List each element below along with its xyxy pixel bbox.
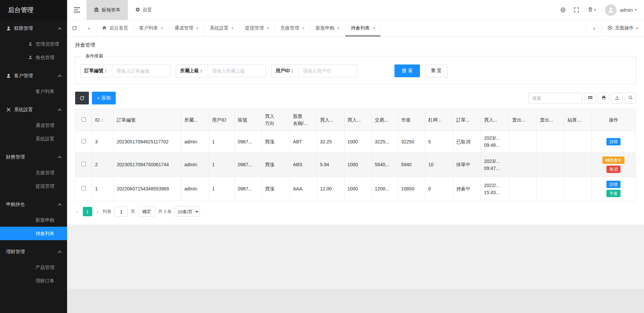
- sidebar-item-admin-manage[interactable]: 管理员管理: [0, 37, 67, 51]
- refresh-button[interactable]: [75, 92, 89, 104]
- sidebar-item-role-manage[interactable]: 角色管理: [0, 51, 67, 64]
- sidebar-group-wealth[interactable]: 理财管理: [0, 243, 67, 260]
- sidebar-item-label: 新股申购: [36, 217, 54, 223]
- page-number-active[interactable]: 1: [83, 207, 92, 216]
- sidebar-item-wealth-orders[interactable]: 理财订单: [0, 274, 67, 287]
- row-checkbox[interactable]: [82, 139, 86, 143]
- cell-leverage: 10: [425, 153, 453, 177]
- columns-toggle-button[interactable]: [585, 93, 596, 104]
- order-no-input[interactable]: [112, 65, 170, 77]
- tab-label: 通道管理: [174, 25, 193, 31]
- detail-button[interactable]: 詳情: [606, 181, 621, 188]
- cell-status: 排單中: [453, 153, 481, 177]
- goto-page-input[interactable]: [114, 207, 128, 217]
- menu-group-system: 系统設置 通道管理 系统設置: [0, 101, 67, 149]
- close-icon[interactable]: ×: [196, 26, 199, 31]
- table-search-input[interactable]: [529, 93, 582, 104]
- close-icon[interactable]: ×: [161, 26, 163, 31]
- next-page-icon[interactable]: ›: [95, 209, 100, 215]
- search-toggle-button[interactable]: [625, 93, 636, 104]
- tab-recharge-manage[interactable]: 充值管理 ×: [275, 20, 310, 36]
- tab-withdraw-manage[interactable]: 提现管理 ×: [240, 20, 275, 36]
- sidebar-group-finance[interactable]: 財務管理: [0, 149, 67, 165]
- user-id-input[interactable]: [299, 65, 357, 77]
- menu-group-permission: 权限管理 管理员管理 角色管理: [0, 20, 67, 68]
- cell-buy-time: 2022/...15:43...: [481, 177, 509, 201]
- settings-tab[interactable]: 设置: [128, 0, 159, 20]
- page-footer: [67, 289, 644, 313]
- print-button[interactable]: [598, 93, 609, 104]
- avatar[interactable]: [605, 4, 616, 16]
- close-icon[interactable]: ×: [231, 26, 234, 31]
- export-button[interactable]: [611, 93, 623, 104]
- caret-down-icon: ▾: [636, 27, 638, 30]
- sidebar-group-system[interactable]: 系统設置: [0, 101, 67, 118]
- reset-button[interactable]: 重 置: [425, 64, 447, 77]
- sidebar-item-recharge-manage[interactable]: 充值管理: [0, 166, 67, 179]
- refresh-tabs-icon[interactable]: [67, 20, 82, 36]
- row-checkbox[interactable]: [82, 186, 86, 190]
- transfer-position-button[interactable]: 轉持倉中: [602, 156, 625, 164]
- tab-position-list[interactable]: 持倉列表 ×: [345, 20, 381, 36]
- add-button[interactable]: + 添加: [92, 92, 116, 104]
- trash-dropdown[interactable]: ▾: [583, 0, 600, 20]
- scroll-tabs-left-icon[interactable]: ‹: [82, 20, 97, 36]
- page-operations-dropdown[interactable]: 页面操作 ▾: [601, 20, 644, 36]
- row-checkbox[interactable]: [82, 162, 86, 166]
- cell-status: 持倉中: [453, 177, 481, 201]
- close-position-button[interactable]: 平倉: [606, 190, 621, 197]
- sidebar-item-ipo-subscribe[interactable]: 新股申购: [0, 213, 67, 227]
- parent-input[interactable]: [208, 65, 266, 77]
- detail-button[interactable]: 詳情: [606, 138, 621, 145]
- cancel-button[interactable]: 取消: [606, 166, 621, 173]
- sidebar-group-permission[interactable]: 权限管理: [0, 20, 67, 37]
- sidebar-item-channel-manage[interactable]: 通道管理: [0, 119, 67, 132]
- content-panel: 持倉管理 条件搜索 訂單編號： 所屬上級： 用戶ID：: [67, 37, 644, 225]
- close-icon[interactable]: ×: [302, 26, 305, 31]
- globe-icon[interactable]: [556, 0, 570, 20]
- sidebar-group-label: 系统設置: [14, 107, 33, 113]
- tab-customer-list[interactable]: 客户列表 ×: [134, 20, 169, 36]
- pagination: ‹ 1 › 到第 页 确定 共 3 条 10条/页: [75, 207, 636, 217]
- close-icon[interactable]: ×: [337, 26, 340, 31]
- chevron-up-icon: [58, 203, 61, 207]
- sidebar-item-withdraw-manage[interactable]: 提现管理: [0, 179, 67, 193]
- sidebar-item-customer-list[interactable]: 客户列表: [0, 85, 67, 98]
- export-icon: [615, 95, 620, 101]
- app-root: 后台管理 权限管理 管理员管理 角色管理: [0, 0, 644, 313]
- brand-tab[interactable]: 振翰资本: [87, 0, 128, 20]
- search-button[interactable]: 搜 索: [394, 64, 420, 77]
- sidebar-item-position-list[interactable]: 持倉列表: [0, 227, 67, 240]
- user-menu[interactable]: admin ▾: [620, 7, 637, 13]
- sort-icon[interactable]: ▴▾: [101, 118, 103, 122]
- sidebar-toggle-icon[interactable]: [67, 0, 87, 20]
- col-user-id: 用戶ID: [209, 109, 235, 131]
- close-icon[interactable]: ×: [267, 26, 269, 31]
- sidebar-item-product-manage[interactable]: 产品管理: [0, 261, 67, 274]
- sidebar-group-position[interactable]: 申购持仓: [0, 196, 67, 213]
- menu-items: 新股申购 持倉列表: [0, 213, 67, 243]
- cell-sell-time: [537, 153, 565, 177]
- goto-prefix-label: 到第: [103, 209, 111, 215]
- tab-home[interactable]: 后台首页: [97, 20, 134, 36]
- tab-system-settings[interactable]: 系统設置 ×: [204, 20, 239, 36]
- table-toolbar: + 添加: [75, 92, 636, 104]
- tab-label: 充值管理: [280, 25, 299, 31]
- settings-label: 设置: [143, 7, 152, 13]
- select-all-checkbox[interactable]: [82, 117, 86, 122]
- sidebar-item-system-settings[interactable]: 系统設置: [0, 132, 67, 145]
- close-icon[interactable]: ×: [372, 26, 375, 31]
- sidebar-group-customer[interactable]: 客户管理: [0, 68, 67, 84]
- tab-channel-manage[interactable]: 通道管理 ×: [169, 20, 204, 36]
- confirm-page-button[interactable]: 确定: [138, 207, 155, 217]
- prev-page-icon[interactable]: ‹: [75, 209, 80, 215]
- tab-ipo-subscribe[interactable]: 新股申购 ×: [310, 20, 345, 36]
- scroll-tabs-right-icon[interactable]: ›: [586, 20, 601, 36]
- sidebar-group-label: 权限管理: [14, 26, 33, 32]
- user-id-field-group: 用戶ID：: [271, 64, 357, 77]
- chevron-up-icon: [58, 108, 61, 112]
- printer-icon: [601, 95, 606, 101]
- page-size-select[interactable]: 10条/页: [175, 207, 200, 217]
- menu-items: 管理员管理 角色管理: [0, 37, 67, 68]
- fullscreen-icon[interactable]: [570, 0, 583, 20]
